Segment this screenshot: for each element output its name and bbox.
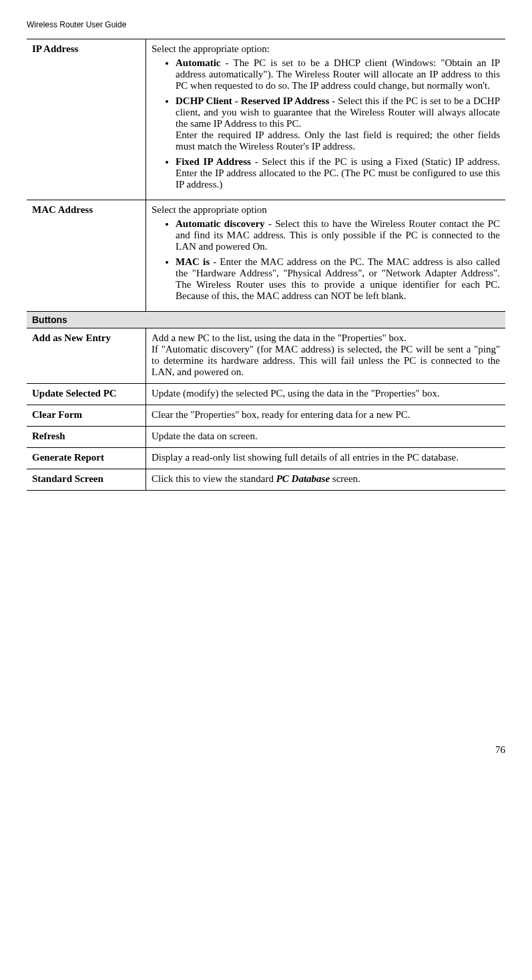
bullet-extra: Enter the required IP address. Only the …	[176, 130, 500, 152]
label-ip-address: IP Address	[27, 39, 146, 200]
ip-bullet-list: Automatic - The PC is set to be a DHCP c…	[152, 57, 500, 190]
add-line1: Add a new PC to the list, using the data…	[152, 332, 407, 343]
row-standard-screen: Standard Screen Click this to view the s…	[27, 469, 505, 491]
mac-bullet-list: Automatic discovery - Select this to hav…	[152, 218, 500, 302]
label-clear-form: Clear Form	[27, 405, 146, 427]
mac-intro: Select the appropriate option	[152, 204, 267, 215]
standard-post: screen.	[330, 473, 360, 484]
desc-mac-address: Select the appropriate option Automatic …	[146, 200, 506, 312]
desc-add-as-new: Add a new PC to the list, using the data…	[146, 328, 506, 384]
desc-refresh: Update the data on screen.	[146, 427, 506, 448]
list-item: MAC is - Enter the MAC address on the PC…	[176, 256, 500, 302]
desc-ip-address: Select the appropriate option: Automatic…	[146, 39, 506, 200]
bullet-text: - Enter the MAC address on the PC. The M…	[176, 256, 500, 301]
row-ip-address: IP Address Select the appropriate option…	[27, 39, 505, 200]
ip-intro: Select the appropriate option:	[152, 43, 270, 54]
bullet-text: - The PC is set to be a DHCP client (Win…	[176, 57, 500, 91]
list-item: Automatic - The PC is set to be a DHCP c…	[176, 57, 500, 91]
list-item: Automatic discovery - Select this to hav…	[176, 218, 500, 252]
bullet-bold: DCHP Client - Reserved IP Address	[176, 95, 329, 106]
row-refresh: Refresh Update the data on screen.	[27, 427, 505, 448]
bullet-bold: MAC is	[176, 256, 210, 267]
row-update-selected: Update Selected PC Update (modify) the s…	[27, 384, 505, 405]
bullet-bold: Fixed IP Address	[176, 156, 251, 167]
list-item: DCHP Client - Reserved IP Address - Sele…	[176, 95, 500, 152]
page-header: Wireless Router User Guide	[27, 20, 505, 29]
standard-pre: Click this to view the standard	[152, 473, 276, 484]
row-clear-form: Clear Form Clear the "Properties" box, r…	[27, 405, 505, 427]
desc-generate-report: Display a read-only list showing full de…	[146, 448, 506, 469]
page-number: 76	[27, 744, 505, 756]
row-generate-report: Generate Report Display a read-only list…	[27, 448, 505, 469]
bullet-bold: Automatic discovery	[176, 218, 265, 229]
add-line2: If "Automatic discovery" (for MAC addres…	[152, 344, 500, 377]
label-generate-report: Generate Report	[27, 448, 146, 469]
properties-table: IP Address Select the appropriate option…	[27, 39, 505, 491]
label-update-selected: Update Selected PC	[27, 384, 146, 405]
desc-update-selected: Update (modify) the selected PC, using t…	[146, 384, 506, 405]
section-buttons: Buttons	[27, 312, 505, 328]
label-mac-address: MAC Address	[27, 200, 146, 312]
desc-standard-screen: Click this to view the standard PC Datab…	[146, 469, 506, 491]
row-mac-address: MAC Address Select the appropriate optio…	[27, 200, 505, 312]
list-item: Fixed IP Address - Select this if the PC…	[176, 156, 500, 190]
desc-clear-form: Clear the "Properties" box, ready for en…	[146, 405, 506, 427]
label-standard-screen: Standard Screen	[27, 469, 146, 491]
section-buttons-label: Buttons	[27, 312, 505, 328]
label-refresh: Refresh	[27, 427, 146, 448]
row-add-as-new: Add as New Entry Add a new PC to the lis…	[27, 328, 505, 384]
standard-bold: PC Database	[276, 473, 330, 484]
label-add-as-new: Add as New Entry	[27, 328, 146, 384]
bullet-bold: Automatic	[176, 57, 221, 68]
